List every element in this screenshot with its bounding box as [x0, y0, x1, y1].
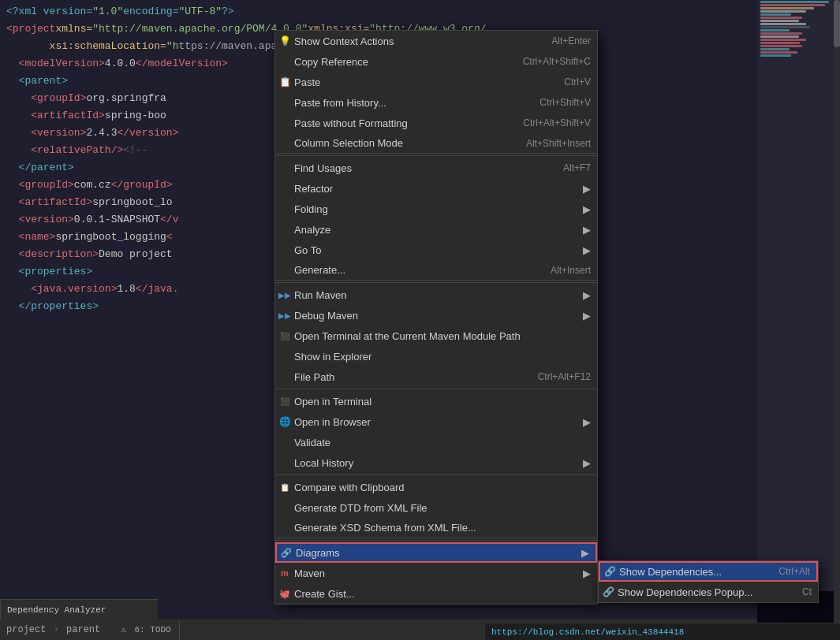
separator-5 [275, 540, 597, 541]
breadcrumb-parent[interactable]: parent [66, 624, 100, 635]
arrow-icon-4: ▶ [583, 244, 591, 256]
run-maven-icon: ▶▶ [278, 288, 291, 301]
mini-map [757, 0, 834, 591]
arrow-icon-5: ▶ [583, 289, 591, 301]
status-tabs: ⚠ 6: TODO [113, 620, 179, 640]
menu-item-open-in-terminal[interactable]: ⬛ Open in Terminal [275, 391, 597, 411]
terminal-icon: ⬛ [278, 395, 291, 407]
maven-icon: m [278, 567, 291, 579]
show-deps-popup-icon: 🔗 [602, 586, 614, 598]
menu-item-diagrams[interactable]: 🔗 Diagrams ▶ [275, 542, 597, 563]
menu-item-file-path[interactable]: File Path Ctrl+Alt+F12 [275, 367, 597, 387]
arrow-icon-6: ▶ [583, 310, 591, 322]
menu-item-debug-maven[interactable]: ▶▶ Debug Maven ▶ [275, 305, 597, 326]
arrow-icon-7: ▶ [583, 416, 591, 428]
arrow-icon: ▶ [583, 183, 591, 195]
bottom-notification: https://blog.csdn.net/weixin_43844418 [485, 623, 840, 640]
separator-4 [275, 474, 597, 475]
menu-item-paste-from-history[interactable]: Paste from History... Ctrl+Shift+V [275, 92, 597, 113]
compare-icon: 📋 [278, 481, 291, 493]
diagrams-submenu: 🔗 Show Dependencies... Ctrl+Alt 🔗 Show D… [598, 560, 819, 603]
arrow-icon-8: ▶ [583, 457, 591, 469]
github-icon: 🐙 [278, 587, 291, 600]
lightbulb-icon: 💡 [278, 35, 291, 47]
arrow-icon-10: ▶ [583, 567, 591, 579]
browser-icon: 🌐 [278, 415, 291, 428]
scrollbar[interactable] [834, 0, 840, 640]
separator-3 [275, 389, 597, 389]
tab-todo[interactable]: ⚠ 6: TODO [113, 620, 179, 640]
menu-item-paste[interactable]: 📋 Paste Ctrl+V [275, 72, 597, 92]
dep-analyzer-label: Dependency Analyzer [7, 605, 106, 615]
debug-maven-icon: ▶▶ [278, 309, 291, 322]
scrollbar-thumb[interactable] [834, 0, 840, 47]
menu-item-refactor[interactable]: Refactor ▶ [275, 178, 597, 199]
diagrams-icon: 🔗 [280, 546, 293, 559]
menu-item-column-selection[interactable]: Column Selection Mode Alt+Shift+Insert [275, 133, 597, 154]
menu-item-folding[interactable]: Folding ▶ [275, 199, 597, 219]
menu-item-generate[interactable]: Generate... Alt+Insert [275, 260, 597, 281]
separator-1 [275, 155, 597, 156]
menu-item-create-gist[interactable]: 🐙 Create Gist... [275, 583, 597, 604]
menu-item-show-in-explorer[interactable]: Show in Explorer [275, 346, 597, 367]
arrow-icon-9: ▶ [581, 547, 589, 559]
menu-item-validate[interactable]: Validate [275, 432, 597, 452]
context-menu: 💡 Show Context Actions Alt+Enter Copy Re… [274, 30, 598, 605]
menu-item-find-usages[interactable]: Find Usages Alt+F7 [275, 158, 597, 178]
menu-item-local-history[interactable]: Local History ▶ [275, 452, 597, 473]
menu-item-generate-dtd[interactable]: Generate DTD from XML File [275, 497, 597, 518]
menu-item-analyze[interactable]: Analyze ▶ [275, 219, 597, 240]
arrow-icon-3: ▶ [583, 224, 591, 236]
menu-item-show-context-actions[interactable]: 💡 Show Context Actions Alt+Enter [275, 31, 597, 51]
breadcrumb: project › parent [6, 624, 100, 635]
menu-item-maven[interactable]: m Maven ▶ [275, 563, 597, 583]
menu-item-open-terminal-maven[interactable]: ⬛ Open Terminal at the Current Maven Mod… [275, 326, 597, 346]
breadcrumb-project[interactable]: project [6, 624, 46, 635]
paste-icon: 📋 [278, 76, 291, 88]
menu-item-compare-clipboard[interactable]: 📋 Compare with Clipboard [275, 477, 597, 497]
menu-item-run-maven[interactable]: ▶▶ Run Maven ▶ [275, 285, 597, 305]
notification-url: https://blog.csdn.net/weixin_43844418 [491, 627, 684, 637]
submenu-item-show-dependencies[interactable]: 🔗 Show Dependencies... Ctrl+Alt [599, 561, 818, 582]
terminal-maven-icon: ⬛ [278, 329, 291, 342]
menu-item-goto[interactable]: Go To ▶ [275, 240, 597, 260]
separator-2 [275, 282, 597, 283]
code-line-1: <?xml version="1.0" encoding="UTF-8" ?> [0, 3, 757, 20]
menu-item-paste-without-formatting[interactable]: Paste without Formatting Ctrl+Alt+Shift+… [275, 113, 597, 133]
menu-item-copy-reference[interactable]: Copy Reference Ctrl+Alt+Shift+C [275, 51, 597, 72]
menu-item-generate-xsd[interactable]: Generate XSD Schema from XML File... [275, 518, 597, 538]
submenu-item-show-dependencies-popup[interactable]: 🔗 Show Dependencies Popup... Ct [599, 582, 818, 602]
dependency-analyzer-tab[interactable]: Dependency Analyzer [0, 599, 158, 620]
show-deps-icon: 🔗 [603, 565, 616, 578]
menu-item-open-in-browser[interactable]: 🌐 Open in Browser ▶ [275, 411, 597, 432]
todo-icon: ⚠ [121, 625, 126, 634]
arrow-icon-2: ▶ [583, 203, 591, 215]
